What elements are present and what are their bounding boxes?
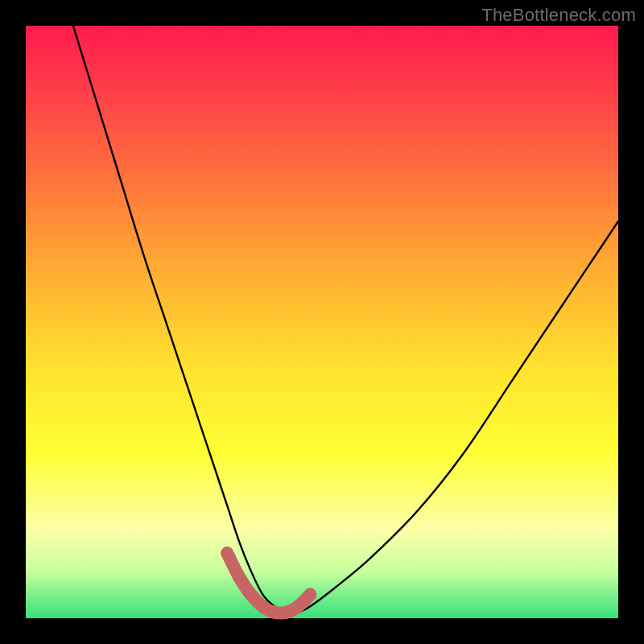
chart-svg	[26, 26, 618, 618]
highlight-marker	[303, 588, 316, 601]
bottleneck-curve-line	[73, 26, 618, 613]
plot-area	[26, 26, 618, 618]
highlight-marker	[256, 600, 269, 613]
highlight-marker	[268, 606, 281, 619]
highlight-marker	[245, 588, 258, 601]
highlight-marker	[292, 600, 305, 613]
chart-frame: TheBottleneck.com	[0, 0, 644, 644]
highlight-marker	[221, 547, 233, 559]
watermark-text: TheBottleneck.com	[481, 5, 636, 26]
highlight-marker	[280, 606, 293, 619]
highlight-marker	[233, 570, 246, 583]
